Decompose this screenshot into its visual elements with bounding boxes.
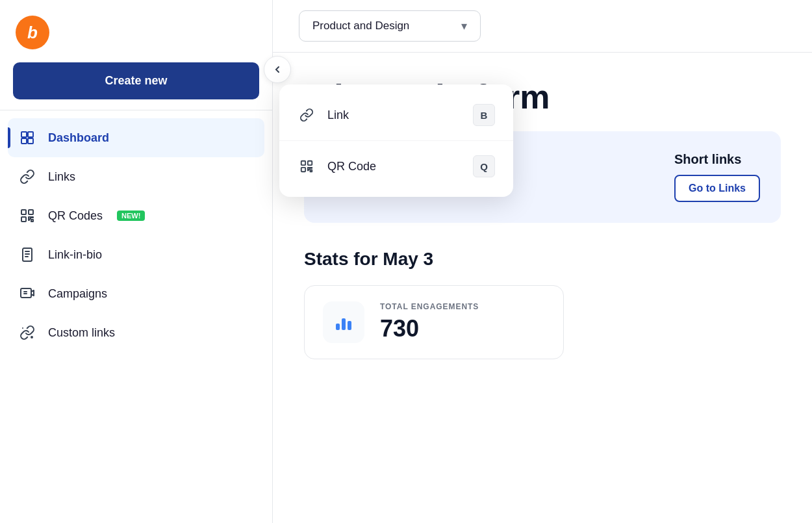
sidebar-item-dashboard[interactable]: Dashboard: [8, 118, 264, 157]
svg-rect-29: [311, 168, 312, 168]
stats-card: TOTAL ENGAGEMENTS 730: [304, 285, 564, 359]
chevron-down-icon: ▾: [461, 19, 467, 33]
dropdown-item-qr-code[interactable]: QR Code Q: [279, 144, 513, 189]
sidebar-item-campaigns[interactable]: Campaigns: [8, 274, 264, 313]
sidebar-item-label: Link-in-bio: [48, 248, 102, 262]
svg-rect-3: [28, 138, 33, 144]
qr-menu-icon: [298, 157, 316, 175]
workspace-selector[interactable]: Product and Design ▾: [299, 10, 481, 42]
svg-rect-22: [348, 321, 351, 330]
engagements-label: TOTAL ENGAGEMENTS: [380, 302, 479, 311]
main-area: Product and Design ▾ ctions Platform you…: [273, 0, 812, 523]
go-to-links-button[interactable]: Go to Links: [674, 175, 760, 202]
svg-rect-10: [31, 217, 33, 218]
svg-rect-20: [336, 324, 340, 330]
qr-shortcut-key: Q: [473, 155, 495, 177]
svg-rect-21: [342, 318, 346, 330]
svg-rect-23: [301, 161, 305, 165]
svg-rect-7: [29, 217, 31, 219]
create-dropdown-menu: Link B QR Code Q: [279, 84, 513, 197]
sidebar-item-label: Dashboard: [48, 131, 109, 145]
sidebar-nav: Dashboard Links: [0, 118, 272, 352]
dropdown-divider: [279, 140, 513, 141]
svg-rect-24: [308, 161, 312, 165]
svg-rect-2: [21, 138, 27, 144]
link-menu-icon: [298, 106, 316, 124]
app-logo: b: [16, 16, 49, 49]
sidebar: b Create new Dashboard: [0, 0, 273, 523]
sidebar-divider: [0, 110, 272, 110]
link-shortcut-key: B: [473, 104, 495, 126]
svg-point-19: [31, 337, 32, 338]
svg-rect-0: [21, 132, 27, 137]
create-new-button[interactable]: Create new: [13, 62, 259, 99]
header: Product and Design ▾: [273, 0, 812, 53]
stats-icon-box: [323, 301, 364, 343]
dashboard-icon: [18, 129, 36, 147]
new-badge: NEW!: [117, 210, 145, 221]
sidebar-item-qr-codes[interactable]: QR Codes NEW!: [8, 196, 264, 235]
svg-rect-5: [29, 210, 33, 214]
svg-rect-26: [308, 168, 310, 170]
short-links-label: Short links: [674, 152, 760, 167]
svg-rect-6: [21, 217, 26, 222]
svg-rect-28: [308, 170, 309, 171]
campaigns-icon: [18, 285, 36, 303]
svg-rect-25: [301, 168, 305, 172]
sidebar-item-link-in-bio[interactable]: Link-in-bio: [8, 235, 264, 274]
link-icon: [18, 168, 36, 186]
sidebar-item-label: Links: [48, 170, 75, 184]
dropdown-qr-label: QR Code: [327, 160, 376, 173]
stats-title: Stats for May 3: [304, 249, 781, 270]
svg-rect-1: [28, 132, 33, 137]
svg-rect-9: [29, 220, 29, 220]
dropdown-link-label: Link: [327, 108, 349, 122]
logo-area: b: [0, 0, 272, 62]
sidebar-item-label: Campaigns: [48, 287, 107, 301]
sidebar-item-links[interactable]: Links: [8, 157, 264, 196]
stats-section: Stats for May 3 TOTAL ENGAGEMENTS 730: [304, 249, 781, 359]
stats-info: TOTAL ENGAGEMENTS 730: [380, 302, 479, 342]
dropdown-item-link[interactable]: Link B: [279, 92, 513, 138]
short-links-info: Short links Go to Links: [674, 152, 760, 202]
engagements-value: 730: [380, 315, 479, 342]
custom-links-icon: [18, 324, 36, 342]
svg-rect-4: [21, 210, 26, 214]
sidebar-item-label: QR Codes: [48, 209, 103, 223]
svg-rect-27: [311, 170, 312, 172]
qr-icon: [18, 207, 36, 225]
toggle-sidebar-button[interactable]: [264, 56, 291, 83]
sidebar-item-custom-links[interactable]: Custom links: [8, 313, 264, 352]
sidebar-item-label: Custom links: [48, 326, 115, 340]
workspace-name: Product and Design: [312, 19, 409, 32]
svg-rect-8: [31, 220, 33, 222]
bio-icon: [18, 246, 36, 264]
